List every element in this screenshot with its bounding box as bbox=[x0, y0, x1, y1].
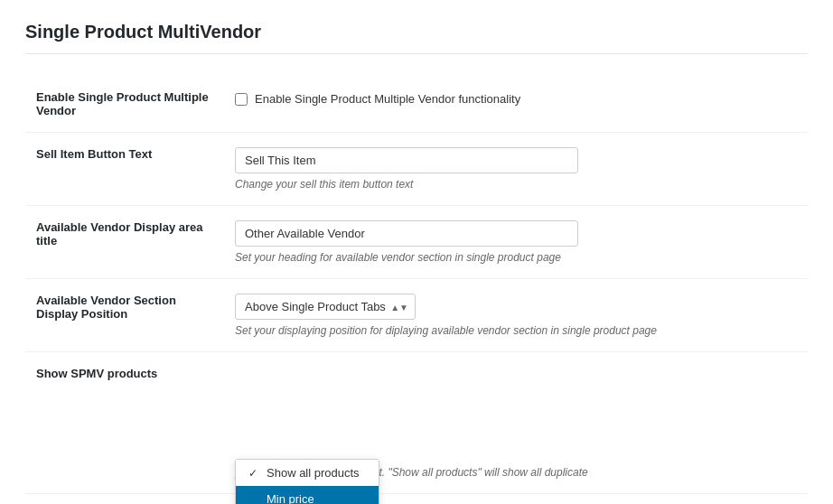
vendor-position-label: Available Vendor Section Display Positio… bbox=[25, 279, 224, 352]
sell-item-label: Sell Item Button Text bbox=[25, 133, 224, 206]
vendor-position-description: Set your displaying position for diplayi… bbox=[235, 324, 797, 337]
dropdown-item-show-all[interactable]: ✓ Show all products bbox=[236, 460, 379, 486]
show-spmv-dropdown: ✓ Show all products Min price Max price bbox=[235, 459, 379, 504]
show-spmv-value: ✓ Show all products Min price Max price bbox=[224, 352, 808, 494]
vendor-display-title-value: Set your heading for available vendor se… bbox=[224, 206, 808, 279]
settings-table: Enable Single Product Multiple Vendor En… bbox=[25, 76, 808, 494]
vendor-position-row: Available Vendor Section Display Positio… bbox=[25, 279, 808, 352]
show-spmv-label: Show SPMV products bbox=[25, 352, 224, 494]
vendor-position-select[interactable]: Above Single Product Tabs Below Single P… bbox=[235, 294, 416, 320]
sell-item-value: Change your sell this item button text bbox=[224, 133, 808, 206]
vendor-position-select-wrapper: Above Single Product Tabs Below Single P… bbox=[235, 294, 416, 320]
enable-vendor-checkbox-wrapper: Enable Single Product Multiple Vendor fu… bbox=[235, 90, 797, 106]
sell-item-input[interactable] bbox=[235, 147, 578, 173]
enable-vendor-checkbox[interactable] bbox=[235, 93, 248, 106]
vendor-display-title-row: Available Vendor Display area title Set … bbox=[25, 206, 808, 279]
page-title: Single Product MultiVendor bbox=[25, 22, 808, 54]
settings-page: Single Product MultiVendor Enable Single… bbox=[0, 0, 833, 504]
enable-vendor-label: Enable Single Product Multiple Vendor bbox=[25, 76, 224, 133]
show-spmv-row: Show SPMV products ✓ Show all products M… bbox=[25, 352, 808, 494]
show-spmv-wrapper: ✓ Show all products Min price Max price bbox=[235, 466, 797, 479]
vendor-display-title-label: Available Vendor Display area title bbox=[25, 206, 224, 279]
vendor-display-title-input[interactable] bbox=[235, 220, 578, 247]
checkmark-show-all: ✓ bbox=[248, 467, 261, 480]
dropdown-label-min-price: Min price bbox=[267, 492, 314, 504]
enable-vendor-checkbox-label[interactable]: Enable Single Product Multiple Vendor fu… bbox=[255, 92, 520, 106]
vendor-display-title-description: Set your heading for available vendor se… bbox=[235, 251, 797, 264]
dropdown-label-show-all: Show all products bbox=[267, 466, 360, 480]
sell-item-description: Change your sell this item button text bbox=[235, 178, 797, 191]
dropdown-item-min-price[interactable]: Min price bbox=[236, 486, 379, 504]
enable-vendor-row: Enable Single Product Multiple Vendor En… bbox=[25, 76, 808, 133]
enable-vendor-value: Enable Single Product Multiple Vendor fu… bbox=[224, 76, 808, 133]
sell-item-row: Sell Item Button Text Change your sell t… bbox=[25, 133, 808, 206]
vendor-position-value: Above Single Product Tabs Below Single P… bbox=[224, 279, 808, 352]
